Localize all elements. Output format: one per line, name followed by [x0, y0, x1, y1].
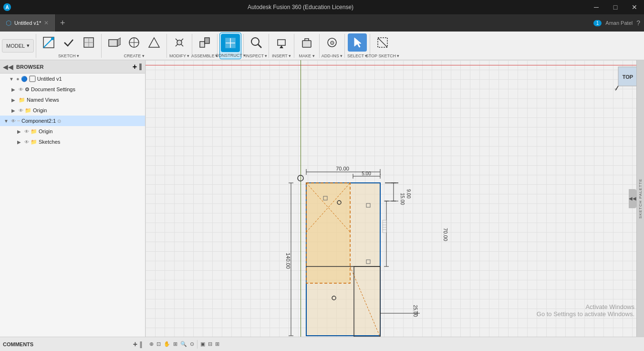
addins-btn1[interactable]: ⚙	[322, 33, 342, 52]
assemble-btn1[interactable]	[195, 33, 214, 52]
browser-back[interactable]: ◀◀	[3, 63, 13, 71]
minimize-button[interactable]: ─	[587, 0, 606, 14]
svg-text:70.00: 70.00	[443, 228, 448, 241]
svg-rect-23	[278, 40, 285, 45]
sketch-canvas[interactable]: 70.00 5.00 15.00 9.00 70.00	[145, 60, 644, 337]
sep2	[101, 34, 102, 58]
notification-count: 1	[593, 20, 602, 26]
new-tab-button[interactable]: +	[55, 14, 70, 32]
svg-text:9.00: 9.00	[406, 189, 411, 199]
sketch-group: SKETCH ▾	[38, 32, 99, 59]
svg-line-30	[378, 38, 387, 47]
tree-item-sketches[interactable]: ▶ 👁 📁 Sketches	[0, 137, 145, 147]
status-btn-layout3[interactable]: ⊞	[215, 341, 219, 347]
tree-label-origin: Origin	[33, 107, 47, 113]
make-group-label: MAKE ▾	[299, 53, 315, 58]
modify-group: MODIFY ▾	[169, 32, 190, 59]
statusbar: ⊕ ⊡ ✋ ⊞ 🔍 ⊙ ▣ ⊟ ⊞	[145, 337, 644, 351]
tab-right-controls: 1 Aman Patel ?	[593, 19, 644, 27]
tab-close-button[interactable]: ✕	[44, 20, 49, 26]
status-btn-layout2[interactable]: ⊟	[208, 341, 212, 347]
finish-sketch-button[interactable]	[59, 33, 78, 52]
tree-item-untitled[interactable]: ▼ ● 🔵 Untitled v1	[0, 74, 145, 84]
svg-rect-31	[30, 76, 35, 82]
canvas-area[interactable]: 70.00 5.00 15.00 9.00 70.00	[145, 60, 644, 337]
tree-item-component[interactable]: ▼ 👁 Component2:1 ⊙	[0, 116, 145, 126]
main-area: ◀◀ BROWSER + ‖ ▼ ● 🔵 Untitled v1 ▶ 👁 ⚙ D…	[0, 60, 644, 337]
active-tab[interactable]: ⬡ Untitled v1* ✕	[0, 14, 55, 32]
palette-collapse-button[interactable]: ◀◀	[629, 189, 636, 208]
tree-arrow-origin2: ▶	[17, 129, 23, 134]
create-group: CREATE ▾	[104, 32, 165, 59]
inspect-group-label: INSPECT ▾	[245, 53, 267, 58]
origin-folder-icon: 📁	[25, 107, 31, 114]
svg-point-14	[177, 40, 182, 45]
help-button[interactable]: ?	[636, 19, 640, 27]
tree-arrow-doc: ▶	[11, 87, 17, 92]
close-button[interactable]: ✕	[625, 0, 644, 14]
origin2-eye-icon: 👁	[24, 129, 29, 134]
status-btn-move[interactable]: ⊕	[149, 341, 154, 347]
tree-label-untitled: Untitled v1	[37, 76, 62, 82]
status-btn-zoom[interactable]: 🔍	[180, 341, 187, 347]
comments-add-btn[interactable]: +	[133, 340, 137, 349]
sketch-group-label: SKETCH ▾	[58, 53, 79, 58]
svg-text:15.00: 15.00	[400, 193, 405, 205]
sketches-eye-icon: 👁	[24, 139, 29, 145]
status-btn-display[interactable]: ⊙	[190, 341, 194, 347]
tree-arrow-sketches: ▶	[17, 139, 23, 145]
create-sketch-button[interactable]	[39, 33, 58, 52]
create-btn2[interactable]	[125, 33, 144, 52]
tabbar: ⬡ Untitled v1* ✕ + 1 Aman Patel ?	[0, 14, 644, 32]
sep7	[269, 34, 269, 58]
toolbar-separator	[36, 34, 36, 58]
assemble-group-label: ASSEMBLE ▾	[191, 53, 218, 58]
bottom-bar: COMMENTS + ‖ ⊕ ⊡ ✋ ⊞ 🔍 ⊙ ▣ ⊟ ⊞	[0, 337, 644, 351]
create-btn3[interactable]	[145, 33, 164, 52]
insert-btn1[interactable]	[272, 33, 291, 52]
browser-controls: + ‖	[133, 63, 142, 71]
browser-add-btn[interactable]: +	[133, 63, 137, 71]
status-sep1	[197, 340, 197, 349]
construct-group-label: CONSTRUCT ▾	[215, 53, 246, 58]
tree-item-doc-settings[interactable]: ▶ 👁 ⚙ Document Settings	[0, 84, 145, 95]
create-btn1[interactable]	[104, 33, 124, 52]
stop-sketch-button[interactable]	[373, 33, 392, 52]
make-btn1[interactable]	[297, 33, 316, 52]
status-btn-layout1[interactable]: ▣	[200, 341, 205, 347]
stop-sketch-group: STOP SKETCH ▾	[372, 32, 393, 59]
svg-rect-71	[383, 220, 386, 233]
inspect-btn1[interactable]	[247, 33, 266, 52]
stop-sketch-group-label: STOP SKETCH ▾	[366, 53, 400, 58]
tab-title: Untitled v1*	[14, 20, 41, 26]
status-btn-pan[interactable]: ✋	[164, 341, 170, 347]
comp-target-icon: ⊙	[57, 118, 61, 124]
sep10	[344, 34, 345, 58]
tree-item-origin[interactable]: ▶ 👁 📁 Origin	[0, 105, 145, 116]
origin-point	[298, 175, 303, 181]
sketch-view-button[interactable]	[79, 33, 98, 52]
svg-text:Z: Z	[614, 88, 617, 91]
model-label: MODEL	[6, 43, 25, 49]
select-group: SELECT ▾	[347, 32, 368, 59]
browser-collapse-btn[interactable]: ‖	[139, 63, 142, 71]
status-btn-snap[interactable]: ⊡	[156, 341, 161, 347]
maximize-button[interactable]: □	[606, 0, 625, 14]
user-name: Aman Patel	[605, 20, 633, 26]
svg-rect-15	[200, 42, 205, 47]
inner-dashed-rect	[306, 183, 350, 283]
svg-point-21	[251, 38, 259, 45]
select-btn1[interactable]	[348, 33, 367, 52]
svg-point-4	[51, 37, 54, 40]
tree-item-named-views[interactable]: ▶ 📁 Named Views	[0, 95, 145, 105]
tree-item-origin2[interactable]: ▶ 👁 📁 Origin	[0, 126, 145, 137]
modify-btn1[interactable]	[170, 33, 189, 52]
comments-panel: COMMENTS + ‖	[0, 337, 145, 351]
construct-btn1[interactable]	[221, 34, 240, 52]
app-icon: A	[0, 0, 14, 14]
svg-text:70.00: 70.00	[336, 166, 349, 171]
svg-text:A: A	[5, 5, 9, 10]
status-btn-grid[interactable]: ⊞	[173, 341, 177, 347]
model-dropdown[interactable]: MODEL ▾	[2, 39, 34, 53]
comments-collapse-btn[interactable]: ‖	[139, 340, 143, 348]
